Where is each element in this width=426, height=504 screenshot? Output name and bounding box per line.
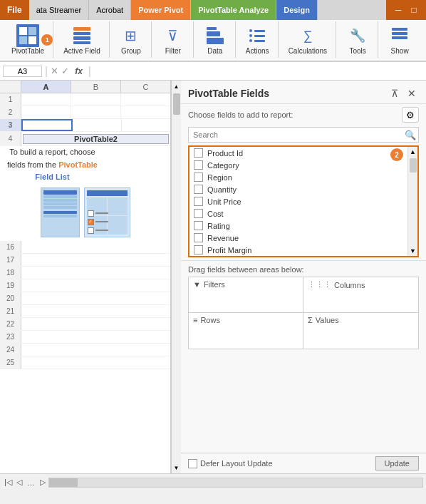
close-icon[interactable]: ✕ [405, 86, 419, 101]
update-button[interactable]: Update [375, 456, 419, 470]
filter-label: Filter [165, 47, 181, 55]
pivottable-button[interactable]: PivotTable 1 [9, 23, 47, 56]
scroll-up-button[interactable]: ▲ [172, 81, 182, 92]
tab-design[interactable]: Design [276, 0, 318, 20]
active-field-icon [71, 24, 93, 47]
sheet-scroll-right[interactable]: ▷ [38, 478, 47, 487]
active-field-label: Active Field [63, 47, 100, 55]
checkbox-quantity[interactable] [194, 185, 203, 194]
actions-icon [246, 24, 269, 47]
checkbox-product-id[interactable] [194, 148, 203, 158]
checkbox-revenue[interactable] [194, 233, 203, 242]
cell-a1[interactable] [21, 93, 71, 106]
tab-pivot-table-analyze[interactable]: PivotTable Analyze [191, 0, 276, 20]
col-header-b[interactable]: B [71, 81, 121, 93]
cell-c1[interactable] [121, 93, 170, 106]
col-header-c[interactable]: C [121, 81, 170, 93]
drag-area-rows[interactable]: ≡ Rows [189, 313, 303, 349]
ribbon-group-actions: Actions [237, 21, 279, 58]
tab-acrobat[interactable]: Acrobat [89, 0, 131, 20]
sheet-more-tabs[interactable]: ... [25, 478, 37, 487]
calculations-button[interactable]: ∑ Calculations [286, 23, 330, 56]
drag-area-columns[interactable]: ⋮⋮⋮ Columns [303, 277, 418, 313]
cell-c3[interactable] [122, 119, 170, 131]
tools-button[interactable]: 🔧 Tools [343, 23, 372, 56]
field-item-product-id[interactable]: Product Id [189, 147, 417, 159]
cell-b2[interactable] [71, 106, 121, 118]
badge-2: 2 [390, 148, 403, 161]
filter-drag-icon: ▼ [193, 280, 201, 289]
row-num-1: 1 [0, 93, 21, 106]
cancel-icon[interactable]: ✕ [51, 66, 58, 76]
defer-checkbox[interactable] [188, 459, 197, 468]
tab-data-streamer[interactable]: ata Streamer [29, 0, 90, 20]
h-scroll-thumb[interactable] [49, 478, 78, 487]
tab-power-pivot[interactable]: Power Pivot [131, 0, 191, 20]
fields-list: 2 ▲ ▼ Product Id Category Region [188, 145, 419, 257]
checkbox-unit-price[interactable] [194, 197, 203, 206]
scroll-track[interactable] [172, 92, 182, 462]
formula-bar: | ✕ ✓ fx | [0, 62, 426, 81]
fields-scrollbar[interactable]: ▲ ▼ [407, 147, 417, 256]
drag-area-filters[interactable]: ▼ Filters [189, 277, 303, 313]
window-minimize-icon[interactable]: ─ [392, 4, 405, 16]
field-item-unit-price[interactable]: Unit Price [189, 195, 417, 207]
cell-b1[interactable] [71, 93, 121, 106]
vertical-scrollbar[interactable]: ▲ ▼ [171, 81, 181, 473]
fields-scroll-down[interactable]: ▼ [408, 246, 417, 256]
badge-1: 1 [41, 34, 53, 46]
h-scroll-track[interactable] [48, 478, 423, 488]
data-button[interactable]: Data [201, 23, 229, 56]
checkbox-region[interactable] [194, 173, 203, 182]
scroll-down-button[interactable]: ▼ [172, 462, 182, 473]
rows-drag-icon: ≡ [193, 316, 197, 324]
info-text-line1: To build a report, choose [9, 148, 95, 156]
ribbon: PivotTable 1 Active Field ⊞ Group [0, 20, 426, 62]
cell-a3[interactable] [21, 119, 73, 131]
field-item-region[interactable]: Region [189, 171, 417, 183]
drag-areas-label: Drag fields between areas below: [181, 264, 426, 275]
drag-area-values[interactable]: Σ Values [303, 313, 418, 349]
window-maximize-icon[interactable]: □ [407, 4, 420, 16]
field-item-cost[interactable]: Cost [189, 207, 417, 220]
show-button[interactable]: Show [385, 23, 414, 56]
active-field-button[interactable]: Active Field [61, 23, 103, 56]
scroll-thumb[interactable] [173, 93, 180, 115]
cell-c2[interactable] [121, 106, 170, 118]
checkbox-cost[interactable] [194, 209, 203, 218]
insert-function-icon[interactable]: fx [72, 66, 85, 76]
data-icon [204, 24, 227, 47]
cell-b3[interactable] [73, 119, 122, 131]
pin-icon[interactable]: ⊼ [388, 86, 402, 101]
cell-reference-input[interactable] [3, 66, 42, 77]
checkbox-profit-margin[interactable] [194, 245, 203, 254]
field-item-profit-margin[interactable]: Profit Margin [189, 244, 417, 256]
fields-scroll-thumb[interactable] [410, 158, 417, 173]
confirm-icon[interactable]: ✓ [61, 66, 69, 76]
formula-input[interactable] [94, 66, 423, 76]
field-item-quantity[interactable]: Quantity [189, 183, 417, 195]
show-icon [388, 24, 411, 47]
row-25: 25 [0, 356, 170, 369]
cell-a2[interactable] [21, 106, 71, 118]
sheet-scroll-left-left[interactable]: |◁ [3, 478, 14, 487]
file-tab[interactable]: File [0, 0, 29, 20]
checkbox-category[interactable] [194, 160, 203, 170]
col-header-a[interactable]: A [21, 81, 71, 93]
field-item-category[interactable]: Category [189, 159, 417, 171]
sheet-scroll-left[interactable]: ◁ [15, 478, 24, 487]
settings-button[interactable]: ⚙ [402, 107, 419, 123]
defer-label: Defer Layout Update [200, 459, 273, 468]
actions-button[interactable]: Actions [243, 23, 272, 56]
fields-scroll-up[interactable]: ▲ [408, 147, 417, 157]
ribbon-group-show: Show [380, 21, 420, 58]
pivot-panel-subtitle: Choose fields to add to report: [188, 110, 293, 119]
field-item-revenue[interactable]: Revenue [189, 232, 417, 244]
actions-label: Actions [246, 47, 269, 55]
filter-button[interactable]: ⊽ Filter [159, 23, 187, 56]
field-item-rating[interactable]: Rating [189, 220, 417, 232]
search-input[interactable] [188, 127, 419, 143]
fields-scroll-track[interactable] [408, 157, 417, 246]
group-button[interactable]: ⊞ Group [117, 23, 145, 56]
checkbox-rating[interactable] [194, 221, 203, 230]
